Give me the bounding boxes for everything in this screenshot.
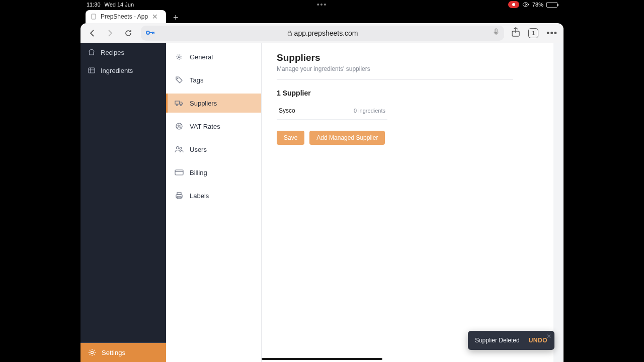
subnav-item-vat[interactable]: VAT Rates xyxy=(166,117,261,136)
forward-button[interactable] xyxy=(105,28,116,39)
supplier-count: 1 Supplier xyxy=(277,89,538,97)
svg-point-8 xyxy=(178,56,180,58)
share-button[interactable] xyxy=(511,27,520,39)
subnav-label: Tags xyxy=(190,76,203,84)
screen-record-indicator-icon[interactable] xyxy=(508,1,519,8)
sidebar-label: Settings xyxy=(102,349,125,356)
ipad-status-bar: 11:30 Wed 14 Jun ••• 78% xyxy=(0,0,644,9)
status-date: Wed 14 Jun xyxy=(105,2,134,8)
truck-icon xyxy=(175,99,184,108)
close-toast-icon[interactable]: ✕ xyxy=(546,333,551,340)
svg-point-0 xyxy=(525,4,526,6)
sidebar-item-ingredients[interactable]: Ingredients xyxy=(80,61,166,79)
eye-icon xyxy=(522,2,529,7)
settings-subnav: General Tags Suppliers VAT Rates Users B… xyxy=(166,43,262,362)
svg-point-16 xyxy=(177,147,179,149)
subnav-item-labels[interactable]: Labels xyxy=(166,186,261,205)
svg-rect-20 xyxy=(177,193,181,195)
supplier-name: Sysco xyxy=(279,107,295,114)
subnav-item-general[interactable]: General xyxy=(166,47,261,66)
tabs-button[interactable]: 1 xyxy=(528,28,538,38)
subnav-item-users[interactable]: Users xyxy=(166,140,261,159)
svg-point-14 xyxy=(178,125,179,126)
new-tab-button[interactable]: + xyxy=(169,13,183,23)
page-icon xyxy=(91,14,97,20)
printer-icon xyxy=(175,191,184,200)
sidebar-label: Recipes xyxy=(101,49,124,56)
lock-icon xyxy=(287,30,292,36)
primary-sidebar: Recipes Ingredients Settings xyxy=(80,43,166,362)
svg-rect-4 xyxy=(495,29,497,33)
battery-icon xyxy=(546,2,557,8)
subnav-label: General xyxy=(190,53,213,61)
browser-toolbar: app.prepsheets.com 1 ••• xyxy=(80,23,564,43)
home-indicator[interactable] xyxy=(262,358,382,360)
passwords-key-icon[interactable] xyxy=(146,29,155,38)
percent-icon xyxy=(175,122,184,131)
undo-button[interactable]: UNDO xyxy=(529,337,547,344)
svg-point-2 xyxy=(146,31,149,34)
url-text: app.prepsheets.com xyxy=(294,29,358,37)
save-button[interactable]: Save xyxy=(277,131,304,145)
svg-rect-10 xyxy=(175,101,180,104)
gear-icon xyxy=(88,348,97,357)
multitask-dots-icon[interactable]: ••• xyxy=(317,1,328,9)
main-content: Suppliers Manage your ingredients' suppl… xyxy=(262,43,553,362)
tag-icon xyxy=(175,75,184,84)
page-title: Suppliers xyxy=(277,52,538,63)
svg-rect-3 xyxy=(288,33,291,36)
chef-hat-icon xyxy=(88,48,96,56)
subnav-label: Users xyxy=(190,146,207,153)
gear-icon xyxy=(175,52,184,61)
divider xyxy=(277,79,513,80)
supplier-meta: 0 ingredients xyxy=(354,108,385,114)
ingredients-icon xyxy=(88,66,96,74)
supplier-row[interactable]: Sysco 0 ingredients xyxy=(277,102,387,120)
status-time: 11:30 xyxy=(87,2,101,8)
battery-percent: 78% xyxy=(532,2,543,8)
sidebar-item-settings[interactable]: Settings xyxy=(80,343,166,362)
subnav-item-suppliers[interactable]: Suppliers xyxy=(166,94,261,113)
toast-message: Supplier Deleted xyxy=(475,337,520,344)
scrollbar-track[interactable] xyxy=(553,43,564,362)
subnav-item-tags[interactable]: Tags xyxy=(166,70,261,89)
page-subtitle: Manage your ingredients' suppliers xyxy=(277,65,538,72)
subnav-label: Suppliers xyxy=(190,100,217,107)
subnav-label: Billing xyxy=(190,169,207,176)
more-menu-icon[interactable]: ••• xyxy=(546,28,557,39)
browser-tab[interactable]: PrepSheets - App ✕ xyxy=(86,10,166,23)
address-bar[interactable]: app.prepsheets.com xyxy=(141,26,504,41)
svg-rect-18 xyxy=(175,170,183,175)
app-viewport: Recipes Ingredients Settings General Tag… xyxy=(80,43,564,362)
svg-point-15 xyxy=(180,127,181,128)
subnav-label: Labels xyxy=(190,192,209,200)
toast-notification: ✕ Supplier Deleted UNDO xyxy=(468,331,554,350)
svg-rect-6 xyxy=(89,68,95,73)
users-icon xyxy=(175,145,184,154)
sidebar-item-recipes[interactable]: Recipes xyxy=(80,43,166,61)
svg-point-11 xyxy=(177,105,178,106)
sidebar-label: Ingredients xyxy=(101,67,133,74)
subnav-label: VAT Rates xyxy=(190,123,220,130)
close-tab-icon[interactable]: ✕ xyxy=(152,13,158,21)
browser-tab-strip: PrepSheets - App ✕ + xyxy=(80,9,564,23)
add-managed-supplier-button[interactable]: Add Managed Supplier xyxy=(309,131,385,145)
subnav-item-billing[interactable]: Billing xyxy=(166,163,261,182)
svg-rect-1 xyxy=(92,14,96,19)
svg-point-12 xyxy=(181,105,182,106)
tab-title: PrepSheets - App xyxy=(101,13,148,20)
svg-point-7 xyxy=(91,351,94,354)
svg-point-17 xyxy=(180,147,182,149)
reload-button[interactable] xyxy=(123,28,134,39)
microphone-icon[interactable] xyxy=(493,28,499,38)
svg-point-9 xyxy=(177,78,178,79)
back-button[interactable] xyxy=(87,28,98,39)
credit-card-icon xyxy=(175,168,184,177)
